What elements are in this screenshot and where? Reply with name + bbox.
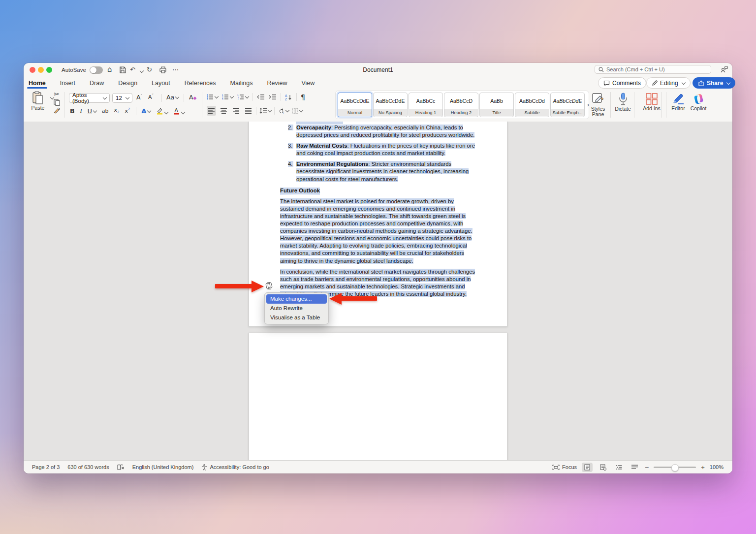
- style-subtitle[interactable]: AaBbCcDd Subtitle: [515, 93, 549, 117]
- word-window: AutoSave ⌂ ↶ ↻ ⋯ Document1 Search (Cmd +…: [24, 63, 732, 473]
- list-item: 2. Overcapacity: Persisting overcapacity…: [280, 124, 476, 139]
- multilevel-list-icon[interactable]: 1i-: [237, 94, 249, 100]
- search-placeholder: Search (Cmd + Ctrl + U): [606, 66, 665, 72]
- share-icon: [698, 80, 704, 86]
- show-paragraph-marks-icon[interactable]: ¶: [301, 93, 305, 101]
- strikethrough-button[interactable]: ab: [102, 108, 109, 114]
- increase-indent-icon[interactable]: [269, 94, 277, 100]
- editing-label: Editing: [660, 80, 678, 87]
- shrink-font-icon[interactable]: Aˇ: [148, 94, 154, 100]
- presence-icon[interactable]: [720, 65, 728, 73]
- dictate-button[interactable]: Dictate: [612, 93, 634, 112]
- sort-icon[interactable]: AZ: [285, 94, 292, 100]
- align-left-button[interactable]: [207, 106, 216, 116]
- svg-text:Z: Z: [285, 97, 287, 100]
- bold-button[interactable]: B: [70, 107, 75, 115]
- document-page-2[interactable]: [249, 333, 507, 460]
- group-divider: [64, 92, 64, 118]
- zoom-in-button[interactable]: +: [701, 464, 705, 471]
- clear-formatting-icon[interactable]: A◆: [189, 94, 196, 101]
- menu-item-visualise-as-table[interactable]: Visualise as a Table: [266, 313, 327, 322]
- menu-item-auto-rewrite[interactable]: Auto Rewrite: [266, 304, 327, 313]
- copy-icon[interactable]: [54, 99, 60, 106]
- language-indicator[interactable]: English (United Kingdom): [132, 464, 194, 470]
- page-content: 2. Overcapacity: Persisting overcapacity…: [280, 124, 476, 301]
- style-no-spacing[interactable]: AaBbCcDdE No Spacing: [373, 93, 408, 117]
- text-effects-icon[interactable]: A: [142, 107, 151, 115]
- bullet-list-icon[interactable]: [207, 94, 218, 100]
- style-heading-2[interactable]: AaBbCcD Heading 2: [444, 93, 478, 117]
- draft-view-button[interactable]: [629, 463, 640, 472]
- subscript-button[interactable]: x2: [114, 107, 120, 114]
- accessibility-status[interactable]: Accessibility: Good to go: [201, 464, 269, 471]
- decrease-indent-icon[interactable]: [257, 94, 265, 100]
- title-bar: AutoSave ⌂ ↶ ↻ ⋯ Document1 Search (Cmd +…: [24, 63, 732, 77]
- editing-mode-button[interactable]: Editing: [646, 77, 691, 89]
- grow-font-icon[interactable]: Aˆ: [136, 94, 142, 101]
- font-name-select[interactable]: Aptos (Body): [69, 93, 110, 103]
- page-indicator[interactable]: Page 2 of 3: [32, 464, 60, 470]
- style-normal[interactable]: AaBbCcDdE Normal: [338, 93, 372, 117]
- paste-button[interactable]: Paste: [28, 91, 48, 111]
- print-layout-view-button[interactable]: [582, 463, 593, 472]
- status-bar: Page 2 of 3 630 of 630 words English (Un…: [24, 460, 732, 473]
- styles-pane-label: Styles Pane: [586, 106, 610, 117]
- tab-mailings[interactable]: Mailings: [230, 80, 253, 87]
- tab-design[interactable]: Design: [118, 80, 138, 87]
- style-heading-1[interactable]: AaBbCc Heading 1: [409, 93, 443, 117]
- search-input[interactable]: Search (Cmd + Ctrl + U): [595, 65, 711, 74]
- align-center-button[interactable]: [219, 106, 228, 116]
- ribbon: Paste ✂ Aptos (Body) 12 Aˆ Aˇ Aa A◆ B I …: [24, 89, 732, 122]
- zoom-slider-thumb[interactable]: [671, 464, 679, 471]
- share-chevron-icon: [726, 80, 730, 84]
- copilot-inline-icon[interactable]: [264, 281, 274, 290]
- zoom-slider[interactable]: [654, 467, 696, 468]
- zoom-out-button[interactable]: −: [645, 463, 649, 471]
- group-divider: [610, 92, 611, 118]
- focus-button[interactable]: Focus: [552, 464, 577, 470]
- tab-home[interactable]: Home: [28, 80, 46, 87]
- word-count[interactable]: 630 of 630 words: [67, 464, 109, 470]
- editor-label: Editor: [668, 105, 688, 111]
- tab-view[interactable]: View: [301, 80, 315, 87]
- align-right-button[interactable]: [231, 106, 241, 116]
- style-title[interactable]: AaBb Title: [479, 93, 514, 117]
- shading-icon[interactable]: [278, 108, 289, 114]
- format-painter-icon[interactable]: [53, 107, 60, 114]
- justify-button[interactable]: [244, 106, 253, 116]
- style-subtle-emphasis[interactable]: AaBbCcDdE Subtle Emph...: [550, 93, 585, 117]
- outline-view-button[interactable]: [613, 463, 624, 472]
- tab-draw[interactable]: Draw: [89, 80, 104, 87]
- font-name-value: Aptos (Body): [72, 92, 102, 104]
- editor-button[interactable]: Editor: [668, 93, 688, 111]
- comments-button[interactable]: Comments: [598, 77, 646, 89]
- svg-text:A: A: [285, 94, 287, 97]
- add-ins-button[interactable]: Add-ins: [640, 93, 663, 111]
- font-color-icon[interactable]: A: [173, 107, 185, 115]
- underline-button[interactable]: U: [88, 107, 96, 115]
- copilot-button[interactable]: Copilot: [687, 93, 710, 111]
- menu-item-make-changes[interactable]: Make changes...: [266, 294, 327, 304]
- zoom-level[interactable]: 100%: [710, 464, 724, 470]
- proofing-icon[interactable]: [117, 464, 125, 471]
- tab-references[interactable]: References: [184, 80, 217, 87]
- group-divider: [634, 92, 634, 118]
- numbered-list-icon[interactable]: 123: [222, 94, 233, 100]
- tab-review[interactable]: Review: [266, 80, 287, 87]
- change-case-icon[interactable]: Aa: [166, 94, 179, 101]
- italic-button[interactable]: I: [80, 107, 82, 115]
- superscript-button[interactable]: x2: [125, 107, 130, 114]
- share-label: Share: [707, 80, 723, 87]
- highlight-color-icon[interactable]: [156, 107, 168, 115]
- font-size-select[interactable]: 12: [112, 93, 132, 103]
- web-layout-view-button[interactable]: [598, 463, 608, 472]
- cut-icon[interactable]: ✂: [54, 91, 60, 98]
- tab-insert[interactable]: Insert: [60, 80, 76, 87]
- paste-label: Paste: [28, 105, 48, 111]
- borders-icon[interactable]: [292, 108, 303, 114]
- share-button[interactable]: Share: [693, 77, 735, 89]
- tab-layout[interactable]: Layout: [151, 80, 171, 87]
- copilot-label: Copilot: [687, 105, 710, 111]
- line-spacing-icon[interactable]: [259, 108, 271, 114]
- styles-pane-button[interactable]: Styles Pane: [586, 93, 610, 117]
